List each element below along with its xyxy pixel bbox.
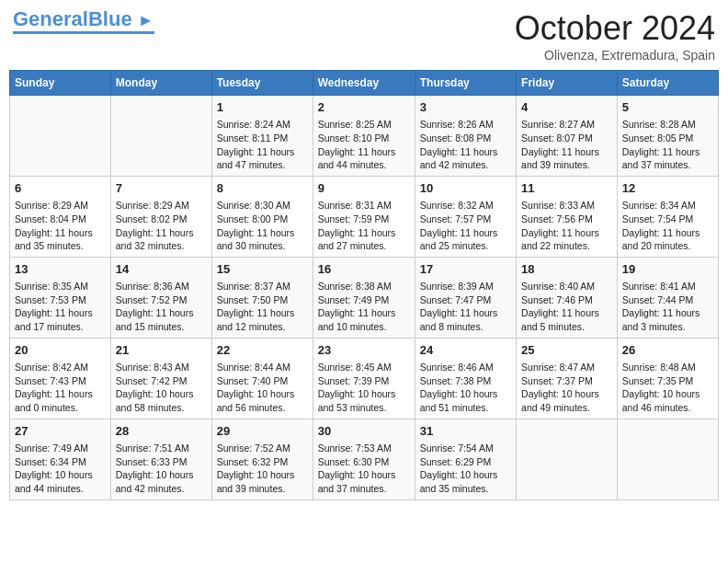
day-info: Sunset: 8:07 PM bbox=[521, 132, 612, 145]
day-info: Sunset: 7:46 PM bbox=[521, 293, 612, 307]
day-info: Sunrise: 7:52 AM bbox=[217, 442, 308, 455]
day-info: Daylight: 10 hours and 37 minutes. bbox=[318, 468, 410, 495]
day-number: 6 bbox=[15, 180, 106, 197]
day-cell: 11Sunrise: 8:33 AMSunset: 7:56 PMDayligh… bbox=[517, 176, 618, 257]
day-info: Sunrise: 8:38 AM bbox=[318, 280, 410, 293]
day-cell: 26Sunrise: 8:48 AMSunset: 7:35 PMDayligh… bbox=[617, 338, 718, 419]
title-block: October 2024 Olivenza, Extremadura, Spai… bbox=[515, 9, 715, 63]
day-info: Sunset: 7:37 PM bbox=[521, 374, 612, 388]
day-info: Sunrise: 8:31 AM bbox=[318, 199, 410, 213]
day-info: Sunrise: 8:47 AM bbox=[521, 361, 612, 374]
day-info: Daylight: 11 hours and 15 minutes. bbox=[116, 306, 207, 333]
day-info: Sunset: 7:43 PM bbox=[15, 374, 106, 388]
day-cell: 29Sunrise: 7:52 AMSunset: 6:32 PMDayligh… bbox=[211, 419, 313, 500]
day-number: 10 bbox=[420, 180, 511, 197]
day-info: Sunset: 7:35 PM bbox=[622, 374, 713, 388]
day-cell: 16Sunrise: 8:38 AMSunset: 7:49 PMDayligh… bbox=[313, 257, 415, 338]
day-info: Sunrise: 8:37 AM bbox=[217, 280, 308, 293]
day-info: Sunrise: 8:48 AM bbox=[622, 361, 713, 374]
day-cell: 20Sunrise: 8:42 AMSunset: 7:43 PMDayligh… bbox=[10, 338, 111, 419]
day-number: 26 bbox=[622, 342, 713, 359]
day-info: Sunrise: 8:45 AM bbox=[318, 361, 410, 374]
day-info: Daylight: 11 hours and 37 minutes. bbox=[622, 145, 713, 172]
day-cell: 28Sunrise: 7:51 AMSunset: 6:33 PMDayligh… bbox=[110, 419, 211, 500]
day-info: Sunset: 7:49 PM bbox=[318, 293, 410, 307]
col-header-sunday: Sunday bbox=[10, 71, 111, 96]
day-info: Daylight: 11 hours and 27 minutes. bbox=[318, 226, 410, 253]
day-number: 22 bbox=[217, 342, 308, 359]
day-cell: 22Sunrise: 8:44 AMSunset: 7:40 PMDayligh… bbox=[211, 338, 313, 419]
page-header: GeneralBlue ► October 2024 Olivenza, Ext… bbox=[9, 9, 719, 63]
day-info: Daylight: 11 hours and 32 minutes. bbox=[116, 226, 207, 253]
day-number: 2 bbox=[318, 99, 410, 116]
day-info: Daylight: 11 hours and 3 minutes. bbox=[622, 306, 713, 333]
day-cell: 7Sunrise: 8:29 AMSunset: 8:02 PMDaylight… bbox=[110, 176, 211, 257]
day-cell: 13Sunrise: 8:35 AMSunset: 7:53 PMDayligh… bbox=[10, 257, 111, 338]
day-info: Sunrise: 8:41 AM bbox=[622, 280, 713, 293]
day-cell: 10Sunrise: 8:32 AMSunset: 7:57 PMDayligh… bbox=[415, 176, 516, 257]
calendar-table: SundayMondayTuesdayWednesdayThursdayFrid… bbox=[9, 70, 719, 500]
logo-icon: ► bbox=[138, 11, 154, 29]
day-info: Daylight: 11 hours and 5 minutes. bbox=[521, 306, 612, 333]
day-info: Daylight: 10 hours and 35 minutes. bbox=[420, 468, 511, 495]
day-info: Sunset: 7:44 PM bbox=[622, 293, 713, 307]
logo-general: General bbox=[13, 7, 88, 30]
day-info: Daylight: 11 hours and 42 minutes. bbox=[420, 145, 511, 172]
day-info: Sunset: 8:00 PM bbox=[217, 213, 308, 226]
day-number: 20 bbox=[15, 342, 106, 359]
week-row-3: 13Sunrise: 8:35 AMSunset: 7:53 PMDayligh… bbox=[10, 257, 719, 338]
day-info: Sunset: 7:38 PM bbox=[420, 374, 511, 388]
day-number: 29 bbox=[217, 423, 308, 440]
day-info: Sunset: 7:42 PM bbox=[116, 374, 207, 388]
day-cell: 19Sunrise: 8:41 AMSunset: 7:44 PMDayligh… bbox=[617, 257, 718, 338]
day-info: Sunset: 8:11 PM bbox=[217, 132, 308, 145]
day-number: 4 bbox=[521, 99, 612, 116]
week-row-4: 20Sunrise: 8:42 AMSunset: 7:43 PMDayligh… bbox=[10, 338, 719, 419]
day-info: Daylight: 10 hours and 42 minutes. bbox=[116, 468, 207, 495]
day-info: Sunset: 6:30 PM bbox=[318, 455, 410, 469]
day-info: Daylight: 11 hours and 10 minutes. bbox=[318, 306, 410, 333]
day-info: Daylight: 11 hours and 39 minutes. bbox=[521, 145, 612, 172]
col-header-monday: Monday bbox=[110, 71, 211, 96]
day-info: Sunset: 7:50 PM bbox=[217, 293, 308, 307]
day-info: Daylight: 10 hours and 58 minutes. bbox=[116, 387, 207, 414]
day-info: Sunrise: 8:40 AM bbox=[521, 280, 612, 293]
day-info: Sunrise: 8:29 AM bbox=[116, 199, 207, 213]
day-info: Sunrise: 8:27 AM bbox=[521, 118, 612, 132]
day-number: 13 bbox=[15, 261, 106, 278]
day-info: Sunrise: 8:43 AM bbox=[116, 361, 207, 374]
day-cell: 1Sunrise: 8:24 AMSunset: 8:11 PMDaylight… bbox=[211, 96, 313, 177]
day-info: Daylight: 11 hours and 0 minutes. bbox=[15, 387, 106, 414]
day-info: Sunset: 7:57 PM bbox=[420, 213, 511, 226]
day-info: Daylight: 11 hours and 20 minutes. bbox=[622, 226, 713, 253]
day-info: Sunrise: 7:49 AM bbox=[15, 442, 106, 455]
day-info: Sunset: 6:33 PM bbox=[116, 455, 207, 469]
day-info: Sunrise: 8:36 AM bbox=[116, 280, 207, 293]
day-info: Daylight: 10 hours and 56 minutes. bbox=[217, 387, 308, 414]
day-number: 5 bbox=[622, 99, 713, 116]
day-number: 16 bbox=[318, 261, 410, 278]
day-info: Daylight: 11 hours and 30 minutes. bbox=[217, 226, 308, 253]
day-cell bbox=[10, 96, 111, 177]
day-info: Sunset: 8:08 PM bbox=[420, 132, 511, 145]
day-cell: 14Sunrise: 8:36 AMSunset: 7:52 PMDayligh… bbox=[110, 257, 211, 338]
day-number: 11 bbox=[521, 180, 612, 197]
day-cell: 15Sunrise: 8:37 AMSunset: 7:50 PMDayligh… bbox=[211, 257, 313, 338]
day-info: Sunrise: 8:29 AM bbox=[15, 199, 106, 213]
day-info: Daylight: 11 hours and 17 minutes. bbox=[15, 306, 106, 333]
day-number: 14 bbox=[116, 261, 207, 278]
col-header-thursday: Thursday bbox=[415, 71, 516, 96]
col-header-tuesday: Tuesday bbox=[211, 71, 313, 96]
day-info: Sunset: 8:04 PM bbox=[15, 213, 106, 226]
day-number: 8 bbox=[217, 180, 308, 197]
col-header-friday: Friday bbox=[517, 71, 618, 96]
day-cell bbox=[617, 419, 718, 500]
day-number: 9 bbox=[318, 180, 410, 197]
day-info: Daylight: 10 hours and 44 minutes. bbox=[15, 468, 106, 495]
day-info: Sunrise: 8:39 AM bbox=[420, 280, 511, 293]
day-cell: 9Sunrise: 8:31 AMSunset: 7:59 PMDaylight… bbox=[313, 176, 415, 257]
day-info: Sunrise: 8:25 AM bbox=[318, 118, 410, 132]
day-info: Sunrise: 7:51 AM bbox=[116, 442, 207, 455]
day-info: Daylight: 10 hours and 49 minutes. bbox=[521, 387, 612, 414]
day-cell: 21Sunrise: 8:43 AMSunset: 7:42 PMDayligh… bbox=[110, 338, 211, 419]
